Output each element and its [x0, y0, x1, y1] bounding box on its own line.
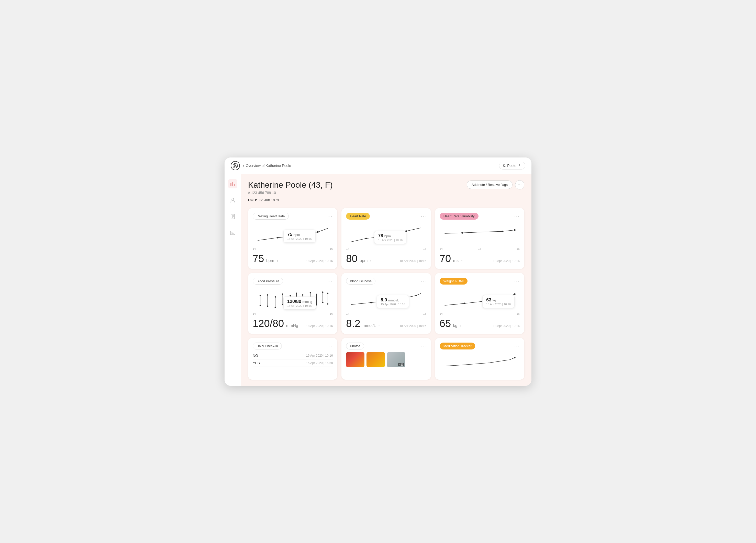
stat-unit: bpm [266, 259, 274, 263]
card-hrv: Heart Rate Variability ··· 14 15 [435, 208, 524, 269]
card-heart-rate: Heart Rate ··· 78 bpm 15 Apr 2020 | 10:1… [341, 208, 431, 269]
tooltip-unit: mmol/L [388, 298, 399, 302]
photo-thumb[interactable] [346, 352, 364, 367]
axis-right: 16 [423, 247, 426, 250]
back-button[interactable]: ‹ Overview of Katherine Poole [243, 164, 291, 168]
svg-point-20 [260, 295, 261, 296]
add-note-button[interactable]: Add note / Resolve flags [467, 181, 513, 189]
card-tag: Resting Heart Rate [253, 213, 289, 220]
card-tag: Blood Glucose [346, 277, 375, 284]
checkin-date: 16 Apr 2020 | 10:16 [306, 354, 333, 357]
card-header: Photos ··· [346, 342, 426, 349]
svg-point-17 [502, 231, 503, 233]
svg-point-13 [317, 231, 319, 233]
svg-point-41 [310, 292, 311, 293]
sidebar-item-chart[interactable] [228, 179, 237, 189]
stat-unit: ms [453, 259, 459, 263]
stat-arrow: ↑ [378, 323, 380, 328]
card-more-button[interactable]: ··· [421, 278, 426, 284]
content-area: Katherine Poole (43, F) # 123 456 789 10… [241, 174, 531, 386]
card-header: Blood Glucose ··· [346, 277, 426, 284]
stat-arrow: ↑ [276, 259, 279, 263]
stat-arrow: ↑ [461, 259, 463, 263]
axis-left: 14 [253, 312, 256, 315]
tooltip-unit: bpm [293, 233, 300, 237]
checkin-list: NO 16 Apr 2020 | 10:16 YES 15 Apr 2020 |… [253, 352, 333, 367]
axis-right: 16 [517, 312, 520, 315]
svg-point-48 [322, 302, 324, 303]
patient-more-button[interactable]: ⋯ [515, 180, 524, 190]
user-menu-icon: ⋮ [518, 164, 521, 168]
svg-point-44 [316, 293, 317, 295]
user-menu[interactable]: K. Poole ⋮ [499, 162, 525, 170]
axis-right: 16 [517, 247, 520, 250]
tooltip-value: 8.0 [381, 297, 387, 302]
patient-dob: DOB: 23 Jun 1979 [248, 198, 333, 202]
dob-label: DOB: [248, 198, 257, 202]
tooltip-date: 15 Apr 2020 | 10:16 [378, 239, 403, 242]
svg-point-23 [267, 294, 268, 296]
svg-point-56 [514, 357, 515, 358]
axis-right: 16 [330, 247, 333, 250]
top-nav: ‹ Overview of Katherine Poole K. Poole ⋮ [225, 158, 531, 174]
card-medication-tracker: Medication Tracker ··· [435, 338, 524, 380]
card-header: Heart Rate ··· [346, 213, 426, 220]
svg-rect-3 [232, 182, 233, 186]
chart-area [440, 352, 520, 372]
card-more-button[interactable]: ··· [514, 343, 520, 349]
svg-point-24 [267, 305, 268, 307]
svg-point-55 [514, 293, 515, 295]
stat-date: 18 Apr 2020 | 10:16 [493, 259, 520, 263]
svg-point-5 [232, 198, 234, 200]
chart-area: 78 bpm 15 Apr 2020 | 10:16 14 16 [346, 222, 426, 250]
svg-point-54 [464, 302, 465, 304]
tooltip-value: 78 [378, 233, 383, 238]
back-label: Overview of Katherine Poole [246, 164, 291, 168]
checkin-row: NO 16 Apr 2020 | 10:16 [253, 352, 333, 359]
card-more-button[interactable]: ··· [327, 343, 333, 349]
card-daily-checkin: Daily Check-in ··· NO 16 Apr 2020 | 10:1… [248, 338, 337, 380]
svg-point-45 [316, 304, 317, 305]
chart-area: 120/80 mmHg 15 Apr 2020 | 10:16 14 16 [253, 287, 333, 315]
card-more-button[interactable]: ··· [514, 214, 520, 219]
svg-point-47 [322, 291, 324, 293]
card-more-button[interactable]: ··· [327, 278, 333, 284]
svg-point-29 [282, 293, 283, 295]
card-more-button[interactable]: ··· [514, 278, 520, 284]
card-tag: Heart Rate [346, 213, 370, 220]
stat-date: 18 Apr 2020 | 10:16 [399, 259, 426, 263]
checkin-label: YES [253, 361, 260, 365]
card-header: Medication Tracker ··· [440, 342, 520, 349]
sidebar-item-document[interactable] [228, 212, 237, 221]
top-nav-left: ‹ Overview of Katherine Poole [231, 161, 291, 170]
svg-point-27 [275, 306, 276, 308]
card-stat: 65 kg ↑ 18 Apr 2020 | 10:16 [440, 318, 520, 329]
dob-value: 23 Jun 1979 [259, 198, 279, 202]
stat-arrow: ↑ [460, 323, 462, 328]
photo-thumb[interactable]: +23 [387, 352, 405, 367]
stat-value: 80 [346, 253, 358, 264]
axis-right: 16 [330, 312, 333, 315]
stat-unit: bpm [360, 259, 368, 263]
card-blood-pressure: Blood Pressure ··· [248, 273, 337, 334]
sidebar-item-person[interactable] [228, 196, 237, 205]
patient-info: Katherine Poole (43, F) # 123 456 789 10… [248, 180, 333, 202]
checkin-date: 15 Apr 2020 | 15:58 [306, 361, 333, 365]
card-more-button[interactable]: ··· [421, 343, 426, 349]
stat-date: 18 Apr 2020 | 10:16 [399, 324, 426, 328]
sidebar [225, 174, 241, 386]
card-weight-bmi: Weight & BMI ··· 63 kg 15 Apr 2020 | 10:… [435, 273, 524, 334]
app-logo [231, 161, 240, 170]
card-more-button[interactable]: ··· [421, 214, 426, 219]
stat-unit: mmol/L [362, 323, 376, 328]
photo-thumb[interactable] [366, 352, 385, 367]
chart-area: 14 15 16 [440, 222, 520, 250]
main-layout: Katherine Poole (43, F) # 123 456 789 10… [225, 174, 531, 386]
card-more-button[interactable]: ··· [327, 214, 333, 219]
card-tag: Blood Pressure [253, 277, 283, 284]
card-stat: 8.2 mmol/L ↑ 18 Apr 2020 | 10:16 [346, 318, 426, 329]
stat-value: 70 [440, 253, 451, 264]
stat-unit: mmHg [286, 323, 298, 328]
chart-area: 75 bpm 15 Apr 2020 | 10:16 14 16 [253, 222, 333, 250]
sidebar-item-gallery[interactable] [228, 228, 237, 238]
